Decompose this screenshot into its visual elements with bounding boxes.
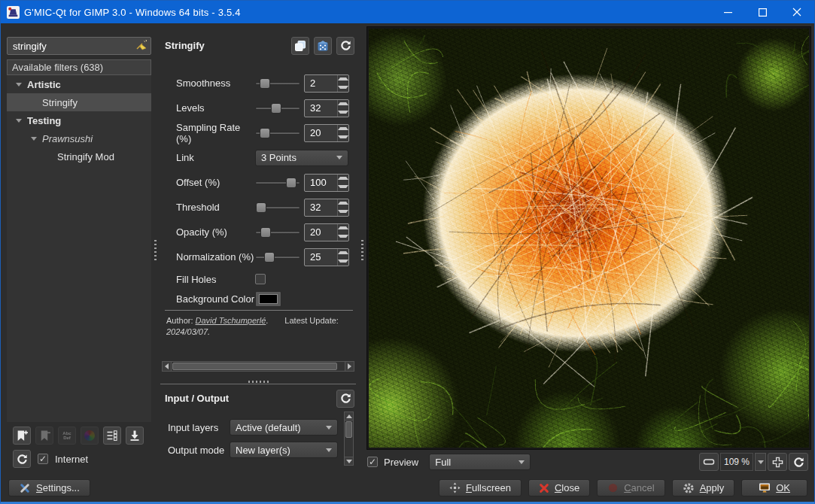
scroll-down-arrow[interactable] bbox=[344, 457, 354, 466]
param-spinbox[interactable]: 32 bbox=[304, 99, 349, 117]
input-layers-combobox[interactable]: Active (default) bbox=[230, 419, 338, 436]
tree-item-testing[interactable]: Testing bbox=[7, 111, 151, 129]
tree-item-stringify[interactable]: Stringify bbox=[7, 93, 151, 111]
add-fave-button[interactable] bbox=[13, 427, 31, 445]
rename-fave-button[interactable]: AbcDef bbox=[58, 427, 76, 445]
settings-button[interactable]: Settings... bbox=[8, 479, 90, 496]
fave-color-button[interactable] bbox=[81, 427, 99, 445]
spin-down-icon[interactable] bbox=[338, 208, 348, 216]
organize-faves-button[interactable] bbox=[103, 427, 121, 445]
slider-handle[interactable] bbox=[260, 128, 270, 138]
copy-command-button[interactable] bbox=[291, 37, 309, 55]
spin-up-icon[interactable] bbox=[338, 100, 348, 108]
zoom-dropdown-button[interactable] bbox=[755, 453, 766, 471]
fave-toolbar: AbcDef bbox=[13, 427, 144, 445]
minimize-button[interactable] bbox=[710, 1, 745, 23]
search-input[interactable] bbox=[7, 37, 151, 55]
param-slider[interactable] bbox=[255, 178, 300, 188]
preview-mode-combobox[interactable]: Full bbox=[429, 454, 531, 470]
param-spinbox[interactable]: 20 bbox=[304, 124, 349, 142]
spin-down-icon[interactable] bbox=[338, 257, 348, 266]
zoom-out-button[interactable] bbox=[699, 453, 719, 471]
clear-search-button[interactable] bbox=[134, 39, 149, 53]
randomize-button[interactable] bbox=[314, 37, 332, 55]
spin-up-icon[interactable] bbox=[338, 249, 348, 257]
color-wheel-icon bbox=[84, 430, 95, 441]
param-slider[interactable] bbox=[255, 128, 300, 138]
param-spinbox[interactable]: 20 bbox=[304, 223, 349, 241]
io-title: Input / Output bbox=[165, 393, 229, 404]
param-combobox[interactable]: 3 Points bbox=[255, 150, 348, 166]
apply-button[interactable]: Apply bbox=[672, 479, 735, 496]
zoom-level-display[interactable]: 109 % bbox=[720, 453, 753, 471]
cancel-button[interactable]: Cancel bbox=[597, 479, 664, 496]
spin-down-icon[interactable] bbox=[338, 83, 348, 92]
preview-checkbox[interactable]: ✓ bbox=[367, 457, 378, 467]
left-splitter-handle[interactable] bbox=[154, 240, 157, 260]
slider-handle[interactable] bbox=[260, 78, 270, 89]
output-mode-combobox[interactable]: New layer(s) bbox=[230, 442, 338, 458]
param-label: Background Color bbox=[176, 293, 255, 305]
hscroll-handle[interactable] bbox=[172, 363, 337, 370]
scroll-up-arrow[interactable] bbox=[344, 411, 354, 421]
tree-item-stringify-mod[interactable]: Stringify Mod bbox=[7, 147, 151, 165]
spin-down-icon[interactable] bbox=[338, 183, 348, 191]
spin-up-icon[interactable] bbox=[338, 75, 348, 83]
available-filters-header: Available filters (638) bbox=[7, 59, 151, 75]
spin-down-icon[interactable] bbox=[338, 232, 348, 241]
scroll-right-arrow[interactable] bbox=[345, 361, 354, 372]
preview-image[interactable] bbox=[369, 29, 809, 448]
download-filters-button[interactable] bbox=[126, 427, 144, 445]
spin-up-icon[interactable] bbox=[338, 175, 348, 183]
param-slider[interactable] bbox=[255, 78, 300, 89]
io-splitter-handle[interactable] bbox=[248, 381, 269, 383]
zoom-reset-button[interactable] bbox=[789, 453, 808, 471]
author-link[interactable]: David Tschumperlé bbox=[196, 316, 266, 325]
tree-expand-icon[interactable] bbox=[16, 119, 22, 123]
slider-handle[interactable] bbox=[264, 252, 275, 263]
vscroll-handle[interactable] bbox=[345, 421, 352, 438]
parameters-hscrollbar[interactable] bbox=[162, 361, 354, 372]
slider-handle[interactable] bbox=[286, 178, 297, 188]
param-slider[interactable] bbox=[255, 227, 300, 238]
slider-handle[interactable] bbox=[256, 202, 266, 213]
slider-handle[interactable] bbox=[260, 227, 271, 238]
chevron-down-icon bbox=[758, 460, 764, 464]
maximize-button[interactable] bbox=[745, 1, 780, 23]
param-color-swatch[interactable] bbox=[255, 291, 281, 307]
refresh-filters-button[interactable] bbox=[13, 450, 31, 468]
remove-fave-button[interactable] bbox=[35, 427, 53, 445]
tree-expand-icon[interactable] bbox=[31, 137, 37, 141]
param-spinbox[interactable]: 25 bbox=[304, 248, 349, 266]
zoom-in-button[interactable] bbox=[768, 453, 787, 471]
spin-up-icon[interactable] bbox=[338, 125, 348, 133]
param-slider[interactable] bbox=[255, 252, 300, 263]
ok-button[interactable]: OK bbox=[741, 479, 807, 496]
spin-up-icon[interactable] bbox=[338, 224, 348, 232]
param-row: Normalization (%)25 bbox=[162, 244, 354, 269]
close-button[interactable]: Close bbox=[528, 479, 590, 496]
internet-checkbox[interactable]: ✓ bbox=[38, 454, 48, 464]
right-splitter-handle[interactable] bbox=[361, 240, 363, 260]
spin-down-icon[interactable] bbox=[338, 108, 348, 117]
param-slider[interactable] bbox=[255, 202, 300, 213]
monitor-icon bbox=[759, 482, 771, 493]
tree-expand-icon[interactable] bbox=[16, 83, 22, 87]
spin-down-icon[interactable] bbox=[338, 133, 348, 141]
param-checkbox[interactable] bbox=[255, 274, 266, 284]
close-window-button[interactable] bbox=[780, 1, 814, 23]
param-slider[interactable] bbox=[255, 103, 300, 114]
scroll-left-arrow[interactable] bbox=[162, 361, 172, 372]
io-vscrollbar[interactable] bbox=[344, 411, 354, 466]
reset-io-button[interactable] bbox=[336, 390, 354, 408]
reset-filter-button[interactable] bbox=[336, 37, 354, 55]
fullscreen-button[interactable]: Fullscreen bbox=[439, 479, 522, 496]
param-spinbox[interactable]: 2 bbox=[304, 74, 349, 93]
spin-up-icon[interactable] bbox=[338, 199, 348, 208]
tree-item-prawnsushi[interactable]: Prawnsushi bbox=[7, 129, 151, 147]
slider-handle[interactable] bbox=[271, 103, 281, 114]
tree-item-artistic[interactable]: Artistic bbox=[7, 75, 151, 93]
param-spinbox[interactable]: 32 bbox=[304, 199, 349, 217]
param-spinbox[interactable]: 100 bbox=[304, 174, 349, 192]
preview-pane bbox=[366, 26, 811, 450]
